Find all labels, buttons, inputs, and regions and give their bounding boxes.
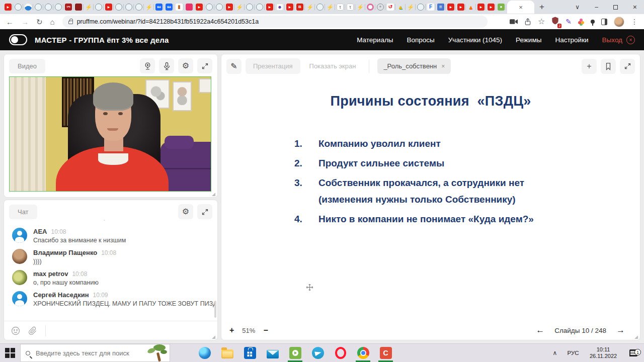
browser-tab[interactable] bbox=[315, 2, 325, 13]
chat-scrollbar-thumb[interactable] bbox=[214, 301, 216, 318]
browser-tab[interactable] bbox=[154, 2, 164, 13]
webinar-nav-item-1[interactable]: Вопросы bbox=[407, 36, 434, 44]
chat-settings-gear-icon[interactable]: ⚙ bbox=[178, 204, 193, 219]
browser-tab[interactable] bbox=[345, 2, 355, 13]
browser-tab[interactable] bbox=[13, 2, 23, 13]
taskbar-app-edge[interactable] bbox=[193, 344, 216, 362]
browser-tab[interactable] bbox=[335, 2, 345, 13]
chat-tab[interactable]: Чат bbox=[9, 205, 37, 219]
webinar-nav-item-2[interactable]: Участники (1045) bbox=[448, 36, 502, 44]
browser-tab[interactable] bbox=[325, 2, 335, 13]
browser-tab[interactable] bbox=[486, 2, 496, 13]
browser-tab[interactable] bbox=[406, 2, 416, 13]
video-tab[interactable]: Видео bbox=[9, 59, 45, 73]
home-icon[interactable]: ⌂ bbox=[50, 18, 55, 26]
window-maximize-icon[interactable] bbox=[613, 5, 618, 10]
browser-tab[interactable] bbox=[305, 2, 315, 13]
microphone-icon[interactable] bbox=[159, 58, 174, 73]
webcam-icon[interactable] bbox=[140, 58, 155, 73]
chat-resize-handle[interactable]: ◢ bbox=[212, 334, 215, 339]
address-bar[interactable]: pruffme.com/webinar/?id=842128b431fb5192… bbox=[62, 16, 488, 28]
presentation-resize-handle[interactable]: ◢ bbox=[634, 334, 638, 339]
media-camera-icon[interactable] bbox=[510, 19, 518, 25]
slide-canvas[interactable]: Причины состояния «ПЗДЦ» 1.Компанию увол… bbox=[221, 77, 640, 321]
browser-tab[interactable] bbox=[496, 2, 506, 13]
browser-tab[interactable] bbox=[245, 2, 255, 13]
browser-tab[interactable] bbox=[436, 2, 446, 13]
taskbar-app-chrome[interactable] bbox=[352, 344, 374, 362]
adblock-shield-icon[interactable]: 2 bbox=[551, 17, 559, 27]
pen-extension-icon[interactable]: ✎ bbox=[566, 18, 572, 26]
clock[interactable]: 10:11 26.11.2022 bbox=[584, 346, 623, 359]
webcam-video[interactable] bbox=[9, 76, 211, 192]
language-indicator[interactable]: РУС bbox=[562, 350, 584, 356]
taskbar-app-explorer[interactable] bbox=[216, 344, 238, 362]
attach-paperclip-icon[interactable] bbox=[28, 326, 37, 335]
browser-tab[interactable] bbox=[184, 2, 194, 13]
browser-tab[interactable] bbox=[456, 2, 466, 13]
browser-tab[interactable] bbox=[174, 2, 184, 13]
presentation-button[interactable]: Презентация bbox=[246, 58, 300, 74]
browser-tab[interactable] bbox=[285, 2, 295, 13]
bookmark-star-icon[interactable]: ☆ bbox=[538, 18, 545, 26]
window-close-icon[interactable]: × bbox=[633, 3, 637, 11]
browser-tab[interactable] bbox=[194, 2, 204, 13]
browser-tab[interactable] bbox=[426, 2, 436, 13]
flower-extension-icon[interactable] bbox=[578, 19, 584, 25]
browser-tab[interactable] bbox=[416, 2, 426, 13]
new-tab-button[interactable]: + bbox=[539, 2, 544, 12]
start-button[interactable] bbox=[0, 344, 20, 362]
add-document-icon[interactable]: + bbox=[582, 59, 597, 74]
browser-tab[interactable] bbox=[446, 2, 456, 13]
browser-tab[interactable] bbox=[124, 2, 134, 13]
taskbar-app-mail[interactable] bbox=[261, 344, 284, 362]
back-icon[interactable]: ← bbox=[6, 18, 14, 26]
browser-tab[interactable] bbox=[476, 2, 486, 13]
browser-tab[interactable] bbox=[134, 2, 144, 13]
draw-pencil-icon[interactable]: ✎ bbox=[226, 59, 242, 74]
share-screen-button[interactable]: Показать экран bbox=[304, 58, 361, 74]
tray-chevron-icon[interactable]: ∧ bbox=[547, 349, 562, 356]
browser-tab[interactable] bbox=[73, 2, 84, 13]
browser-tab[interactable] bbox=[94, 2, 104, 13]
window-menu-chevron-icon[interactable]: ∨ bbox=[575, 4, 580, 11]
active-browser-tab[interactable]: × bbox=[507, 1, 534, 14]
previous-slide-icon[interactable]: ← bbox=[536, 325, 544, 335]
notification-center-icon[interactable]: 1 bbox=[623, 349, 644, 356]
browser-tab[interactable] bbox=[355, 2, 365, 13]
next-slide-icon[interactable]: → bbox=[616, 325, 625, 335]
chat-message-input[interactable] bbox=[54, 321, 210, 340]
browser-tab[interactable] bbox=[375, 2, 385, 13]
browser-tab[interactable] bbox=[164, 2, 174, 13]
taskbar-search[interactable] bbox=[20, 344, 170, 362]
zoom-in-button[interactable]: + bbox=[229, 326, 234, 335]
browser-menu-icon[interactable]: ⋮ bbox=[631, 18, 638, 26]
video-expand-icon[interactable] bbox=[197, 58, 212, 73]
browser-tab[interactable] bbox=[295, 2, 305, 13]
browser-tab[interactable] bbox=[214, 2, 224, 13]
browser-tab[interactable] bbox=[255, 2, 265, 13]
taskbar-app-opera[interactable] bbox=[329, 344, 352, 362]
browser-tab[interactable] bbox=[84, 2, 94, 13]
browser-tab[interactable] bbox=[224, 2, 234, 13]
browser-tab[interactable] bbox=[385, 2, 395, 13]
browser-tab[interactable] bbox=[104, 2, 114, 13]
browser-tab[interactable] bbox=[234, 2, 245, 13]
taskbar-app-telegram[interactable] bbox=[306, 344, 329, 362]
webinar-nav-item-3[interactable]: Режимы bbox=[516, 36, 541, 44]
taskbar-app-store[interactable] bbox=[238, 344, 261, 362]
search-input[interactable] bbox=[35, 349, 130, 357]
window-minimize-icon[interactable]: – bbox=[595, 4, 598, 11]
browser-tab[interactable] bbox=[275, 2, 285, 13]
share-icon[interactable] bbox=[524, 18, 531, 26]
bookmark-icon[interactable] bbox=[601, 59, 616, 74]
sidebar-panel-icon[interactable] bbox=[601, 19, 607, 25]
browser-tab[interactable] bbox=[3, 2, 13, 13]
taskbar-app-camtasia-red[interactable]: C bbox=[374, 344, 397, 362]
tab-close-icon[interactable]: × bbox=[519, 4, 523, 11]
pinned-extension-icon[interactable] bbox=[591, 20, 595, 24]
webinar-nav-item-4[interactable]: Настройки bbox=[555, 36, 588, 44]
presentation-expand-icon[interactable] bbox=[620, 59, 635, 74]
browser-tab[interactable] bbox=[204, 2, 214, 13]
browser-tab[interactable] bbox=[144, 2, 154, 13]
